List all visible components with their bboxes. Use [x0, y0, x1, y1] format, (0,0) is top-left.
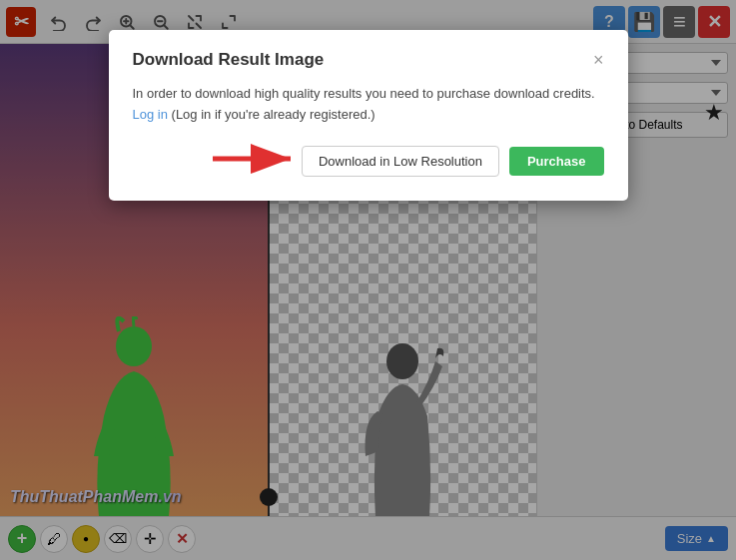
modal-footer: Download in Low Resolution Purchase: [133, 146, 604, 177]
login-link[interactable]: Log in: [133, 107, 168, 122]
red-arrow: [213, 139, 303, 183]
modal-body-text: In order to download high quality result…: [133, 86, 595, 101]
modal-overlay: Download Result Image × In order to down…: [0, 0, 736, 560]
download-low-res-button[interactable]: Download in Low Resolution: [302, 146, 499, 177]
modal-body: In order to download high quality result…: [133, 84, 604, 126]
download-modal: Download Result Image × In order to down…: [109, 30, 628, 201]
modal-title: Download Result Image: [133, 50, 325, 70]
modal-header: Download Result Image ×: [133, 50, 604, 70]
modal-close-button[interactable]: ×: [593, 51, 604, 69]
modal-registered-text: (Log in if you're already registered.): [172, 107, 375, 122]
purchase-button[interactable]: Purchase: [509, 147, 604, 176]
